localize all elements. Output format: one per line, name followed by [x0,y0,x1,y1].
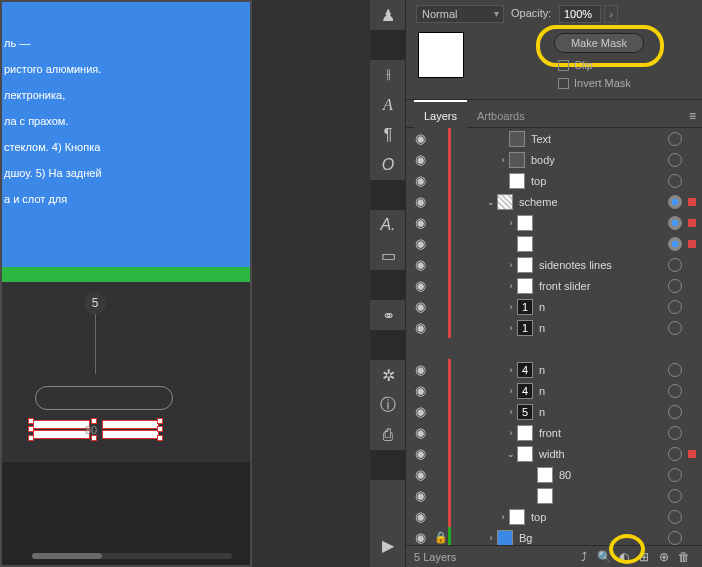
mask-icon[interactable]: ◐ [614,550,634,564]
layer-row[interactable]: ◉›sidenotes lines [406,254,702,275]
capsule-shape[interactable] [35,386,173,410]
invert-checkbox[interactable] [558,78,569,89]
target-icon[interactable] [668,531,682,545]
layer-name[interactable]: Bg [519,532,668,544]
new-sublayer-icon[interactable]: ⊞ [634,550,654,564]
new-layer-icon[interactable]: ⊕ [654,550,674,564]
layer-row[interactable]: ◉⌄width [406,443,702,464]
visibility-icon[interactable]: ◉ [406,425,434,440]
layer-row[interactable]: ◉🔒›Bg [406,527,702,545]
visibility-icon[interactable]: ◉ [406,173,434,188]
target-icon[interactable] [668,426,682,440]
visibility-icon[interactable]: ◉ [406,446,434,461]
layer-row[interactable]: ◉›top [406,506,702,527]
layer-row[interactable]: ◉›body [406,149,702,170]
layer-row[interactable]: ◉Text [406,128,702,149]
target-icon[interactable] [668,405,682,419]
link-icon[interactable]: ⚭ [370,300,406,330]
clip-checkbox[interactable] [558,60,569,71]
target-icon[interactable] [668,300,682,314]
export-icon[interactable]: ⇲ [370,560,406,567]
visibility-icon[interactable]: ◉ [406,488,434,503]
gear-icon[interactable]: ✲ [370,360,406,390]
disclosure-arrow[interactable]: › [505,407,517,417]
tool-icon[interactable]: ♟ [370,0,406,30]
canvas-area[interactable]: ль — ристого алюминия. лектроника, ла с … [0,0,252,567]
locate-icon[interactable]: ⤴ [574,550,594,564]
disclosure-arrow[interactable]: › [505,323,517,333]
play-icon[interactable]: ▶ [370,530,406,560]
layer-name[interactable]: body [531,154,668,166]
para-icon[interactable]: ¶ [370,120,406,150]
target-icon[interactable] [668,321,682,335]
target-icon[interactable] [668,237,682,251]
visibility-icon[interactable]: ◉ [406,215,434,230]
layer-name[interactable]: front slider [539,280,668,292]
layer-row[interactable]: ◉›1n [406,317,702,338]
visibility-icon[interactable]: ◉ [406,404,434,419]
char-icon[interactable]: A. [370,210,406,240]
target-icon[interactable] [668,153,682,167]
layer-name[interactable]: 80 [559,469,668,481]
blend-mode-select[interactable]: Normal [416,5,504,23]
visibility-icon[interactable]: ◉ [406,257,434,272]
disclosure-arrow[interactable]: › [505,260,517,270]
visibility-icon[interactable]: ◉ [406,467,434,482]
tab-layers[interactable]: Layers [414,100,467,128]
target-icon[interactable] [668,216,682,230]
layer-name[interactable]: Text [531,133,668,145]
target-icon[interactable] [668,132,682,146]
disclosure-arrow[interactable]: › [505,428,517,438]
h-scrollbar[interactable] [32,553,232,559]
target-icon[interactable] [668,279,682,293]
layer-row[interactable]: ◉ [406,485,702,506]
visibility-icon[interactable]: ◉ [406,194,434,209]
layer-name[interactable]: n [539,322,668,334]
layer-name[interactable]: scheme [519,196,668,208]
visibility-icon[interactable]: ◉ [406,362,434,377]
layer-name[interactable]: front [539,427,668,439]
target-icon[interactable] [668,384,682,398]
layer-name[interactable]: top [531,175,668,187]
layer-row[interactable]: ◉›4n [406,359,702,380]
layer-row[interactable]: ◉›1n [406,296,702,317]
layer-name[interactable]: top [531,511,668,523]
layer-row[interactable]: ◉80 [406,464,702,485]
layer-row[interactable]: ◉ [406,233,702,254]
target-icon[interactable] [668,447,682,461]
visibility-icon[interactable]: ◉ [406,509,434,524]
layer-row[interactable]: ◉›4n [406,380,702,401]
visibility-icon[interactable]: ◉ [406,131,434,146]
disclosure-arrow[interactable]: › [485,533,497,543]
layer-row[interactable]: ◉⌄scheme [406,191,702,212]
align-icon[interactable]: ⫲ [370,60,406,90]
panel-menu-icon[interactable]: ≡ [689,109,696,123]
visibility-icon[interactable]: ◉ [406,320,434,335]
layer-name[interactable]: sidenotes lines [539,259,668,271]
visibility-icon[interactable]: ◉ [406,152,434,167]
layer-name[interactable]: n [539,301,668,313]
target-icon[interactable] [668,258,682,272]
layer-list[interactable]: ◉Text◉›body◉top◉⌄scheme◉›◉◉›sidenotes li… [406,128,702,545]
opacity-icon[interactable]: O [370,150,406,180]
trash-icon[interactable]: 🗑 [674,550,694,564]
target-icon[interactable] [668,174,682,188]
opacity-arrow[interactable]: › [604,5,618,23]
disclosure-arrow[interactable]: › [505,218,517,228]
make-mask-button[interactable]: Make Mask [554,33,644,53]
layer-row[interactable]: ◉›5n [406,401,702,422]
visibility-icon[interactable]: ◉ [406,278,434,293]
doc-icon[interactable]: ⎙ [370,420,406,450]
layer-row[interactable]: ◉›front slider [406,275,702,296]
artboard-icon[interactable]: ▭ [370,240,406,270]
target-icon[interactable] [668,510,682,524]
target-icon[interactable] [668,468,682,482]
opacity-input[interactable]: 100% [559,5,601,23]
disclosure-arrow[interactable]: › [497,512,509,522]
layer-row[interactable]: ◉top [406,170,702,191]
mask-thumb[interactable] [418,32,464,78]
disclosure-arrow[interactable]: ⌄ [505,449,517,459]
search-icon[interactable]: 🔍 [594,550,614,564]
visibility-icon[interactable]: ◉ [406,299,434,314]
tab-artboards[interactable]: Artboards [467,100,535,128]
